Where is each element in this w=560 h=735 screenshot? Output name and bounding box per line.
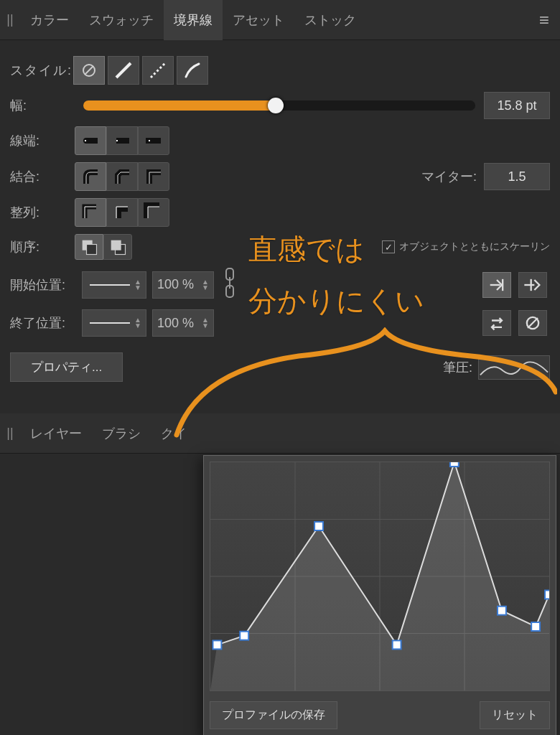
svg-rect-12 [87,245,97,255]
reset-profile-button[interactable]: リセット [480,701,550,729]
order-behind-button[interactable] [75,234,103,260]
svg-rect-36 [498,607,506,615]
caps-label: 線端: [10,132,75,149]
svg-rect-14 [111,240,121,251]
panel2-collapse-icon[interactable]: || [0,426,20,441]
svg-rect-33 [314,522,323,530]
align-inside-button[interactable] [106,198,138,227]
end-pct-field[interactable]: 100 % ▲▼ [152,309,214,337]
scale-with-object-label: オブジェクトとともにスケーリン [399,240,550,253]
tab-stroke[interactable]: 境界線 [164,0,223,40]
pressure-profile-dropdown[interactable] [478,355,550,380]
panel2-tabbar: || レイヤー ブラシ クイ [0,413,560,454]
svg-rect-7 [116,138,129,144]
panel-tabbar: || カラー スウォッチ 境界線 アセット ストック ≡ [0,0,560,40]
svg-line-3 [151,63,165,78]
join-bevel-button[interactable] [106,162,138,191]
order-front-button[interactable] [103,234,132,260]
pressure-profile-popup: プロファイルの保存 リセット [203,455,556,735]
start-pct-field[interactable]: 100 % ▲▼ [152,271,214,299]
svg-rect-32 [240,632,248,640]
svg-rect-38 [545,590,549,599]
width-value-field[interactable]: 15.8 pt [484,92,550,119]
align-outside-button[interactable] [138,198,169,227]
join-label: 結合: [10,168,75,185]
end-pos-label: 終了位置: [10,314,82,332]
save-profile-button[interactable]: プロファイルの保存 [210,701,337,729]
tab-asset[interactable]: アセット [223,0,294,40]
cap-round-button[interactable] [75,126,106,155]
tab-color[interactable]: カラー [20,0,79,40]
join-miter-button[interactable] [138,162,169,191]
svg-rect-37 [531,622,540,631]
svg-line-23 [528,318,538,328]
cap-butt-button[interactable] [106,126,138,155]
panel-collapse-icon[interactable]: || [0,12,20,27]
svg-rect-10 [149,140,150,141]
pressure-curve-editor[interactable] [210,462,550,691]
width-slider[interactable] [83,100,475,111]
join-round-button[interactable] [75,162,106,191]
miter-label: マイター: [421,168,477,185]
tab-layer[interactable]: レイヤー [20,413,92,454]
align-label: 整列: [10,204,75,221]
properties-button[interactable]: プロパティ... [10,352,123,382]
svg-rect-6 [85,140,86,141]
swap-arrows-button[interactable] [482,310,511,336]
arrow-place-beyond-button[interactable] [518,272,547,298]
stroke-panel: スタイル: 幅: 15.8 pt 線端: [0,40,560,398]
start-pos-label: 開始位置: [10,276,82,294]
svg-line-2 [116,63,131,78]
svg-rect-35 [450,462,459,467]
style-none-button[interactable] [73,56,105,85]
order-label: 順序: [10,238,75,256]
width-slider-thumb[interactable] [268,98,284,113]
arrow-place-end-button[interactable] [482,272,511,298]
svg-rect-34 [393,640,401,649]
miter-value-field[interactable]: 1.5 [484,163,550,190]
cap-square-button[interactable] [138,126,169,155]
pressure-label: 筆圧: [443,359,472,376]
style-brush-button[interactable] [177,56,208,85]
end-arrow-dropdown[interactable]: ▲▼ [82,309,146,337]
scale-with-object-checkbox[interactable]: ✓ [382,240,395,253]
style-solid-button[interactable] [108,56,139,85]
svg-rect-9 [146,138,161,144]
start-arrow-dropdown[interactable]: ▲▼ [82,271,146,299]
tab-brush[interactable]: ブラシ [92,413,151,454]
reset-arrows-button[interactable] [518,310,547,336]
style-label: スタイル: [10,62,73,79]
width-slider-fill [83,100,276,111]
tab-swatch[interactable]: スウォッチ [79,0,164,40]
tab-quick[interactable]: クイ [151,413,197,454]
panel-menu-icon[interactable]: ≡ [528,10,560,30]
align-center-button[interactable] [75,198,106,227]
width-label: 幅: [10,97,75,114]
tab-stock[interactable]: ストック [294,0,366,40]
link-start-end-icon[interactable] [220,267,240,302]
svg-rect-31 [213,640,221,649]
svg-rect-8 [116,140,118,141]
svg-line-1 [85,66,93,75]
style-dash-button[interactable] [142,56,174,85]
